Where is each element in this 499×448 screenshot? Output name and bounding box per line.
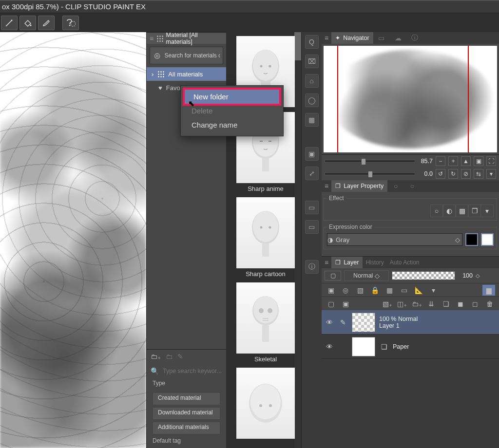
zoom-in-button[interactable]: +: [448, 156, 458, 166]
folder-add-icon[interactable]: 🗀₊: [151, 353, 161, 360]
tab-info[interactable]: ⓘ: [406, 32, 423, 44]
tool-bucket-icon[interactable]: [19, 16, 36, 30]
fullscreen-icon[interactable]: ⛶: [486, 156, 496, 166]
edit-icon[interactable]: ✎: [177, 353, 183, 360]
tab-navigator[interactable]: ✦ Navigator: [331, 32, 373, 44]
material-thumb[interactable]: Skeletal: [236, 282, 295, 363]
subview-icon[interactable]: ▣: [305, 147, 319, 161]
title-bar: ox 300dpi 85.7%) - CLIP STUDIO PAINT EX: [0, 0, 499, 13]
ctx-delete[interactable]: Delete: [183, 104, 281, 118]
canvas-area[interactable]: [0, 32, 146, 448]
home-icon[interactable]: ⌂: [305, 74, 319, 88]
tool-help-icon[interactable]: [62, 16, 79, 30]
navigator-preview[interactable]: [324, 46, 497, 152]
quick-access-icon[interactable]: Q: [305, 35, 319, 49]
right-panels: ≡ ✦ Navigator ▭ ☁ ⓘ 85.7: [322, 32, 499, 448]
layer-row-paper[interactable]: 👁 ❏ Paper: [322, 335, 499, 359]
svg-point-14: [260, 226, 263, 229]
enable-mask-icon[interactable]: ◻: [470, 299, 480, 309]
reset-rotate-icon[interactable]: ⊘: [461, 169, 471, 179]
folder-icon[interactable]: 🗀: [166, 353, 173, 360]
pen-icon[interactable]: ✎: [338, 318, 348, 326]
top-toolbar: [0, 13, 499, 32]
layer-color-button[interactable]: ▆: [482, 285, 495, 296]
ctx-change-name[interactable]: Change name: [183, 118, 281, 132]
new-layer-icon[interactable]: ▧₊: [382, 299, 393, 309]
zoom-slider[interactable]: [325, 160, 415, 163]
effect-layer-icon[interactable]: ❐: [468, 205, 481, 217]
merge-down-icon[interactable]: ❏: [441, 299, 451, 309]
expression-color-select[interactable]: ◑ Gray ◇: [327, 233, 462, 246]
create-mask-icon[interactable]: ◼: [455, 299, 466, 309]
opacity-slider[interactable]: [392, 271, 455, 280]
material-panel-tab[interactable]: ≡ Material [All materials]: [147, 32, 226, 44]
rotate-ccw-button[interactable]: ↺: [436, 169, 445, 179]
tab-itemset[interactable]: ▭: [373, 32, 390, 44]
tab-layer-property[interactable]: ❒ Layer Property: [331, 180, 387, 192]
zoom-up-icon[interactable]: ▲: [461, 156, 471, 166]
effect-screen-icon[interactable]: ▩: [456, 205, 468, 217]
flip-v-icon[interactable]: ▾: [486, 169, 496, 179]
thumb-label: Skeletal: [254, 355, 277, 363]
info-icon[interactable]: ⓘ: [305, 260, 319, 274]
material-keyword-search[interactable]: 🔍 ▴: [147, 363, 226, 379]
animation-icon[interactable]: ▭: [305, 220, 319, 234]
tab-subview[interactable]: ☁: [390, 32, 406, 44]
ruler-icon[interactable]: 📐: [413, 285, 424, 296]
apply-mask-icon[interactable]: ▣: [340, 299, 351, 309]
material-thumb[interactable]: [236, 368, 295, 439]
material-thumb[interactable]: Sharp cartoon: [236, 197, 295, 278]
lock-pixel-icon[interactable]: ▦: [384, 285, 395, 296]
draft-icon[interactable]: ▧: [355, 285, 365, 296]
tab-slot[interactable]: ○: [387, 180, 404, 192]
tab-history[interactable]: History: [363, 257, 386, 268]
eye-icon[interactable]: 👁: [325, 343, 334, 351]
tab-slot2[interactable]: ○: [404, 180, 421, 192]
tool-wand-icon[interactable]: [1, 16, 18, 30]
svg-point-12: [253, 211, 278, 242]
transfer-down-icon[interactable]: ⇊: [426, 299, 437, 309]
material-tree-all[interactable]: › All materials: [147, 67, 226, 81]
tab-layers[interactable]: ❒ Layer: [331, 257, 363, 268]
palette-color-icon[interactable]: ▢: [325, 271, 341, 280]
search-icon: 🔍: [151, 367, 159, 375]
new-folder-icon[interactable]: 🗀₊: [411, 299, 422, 309]
opacity-value: 100: [458, 272, 473, 279]
effect-border-icon[interactable]: ○: [430, 205, 443, 217]
mask-icon[interactable]: ▢: [326, 299, 336, 309]
filter-additional-button[interactable]: Additional materials: [153, 422, 220, 434]
effect-tone-icon[interactable]: ◐: [443, 205, 456, 217]
balloon-icon[interactable]: ◯: [305, 93, 319, 107]
ctx-new-folder[interactable]: New folder: [183, 88, 281, 106]
blend-mode-select[interactable]: Normal ◇: [344, 270, 389, 281]
expand-icon[interactable]: ⤢: [305, 167, 319, 180]
reference-icon[interactable]: ◎: [340, 285, 351, 296]
lock-icon[interactable]: 🔒: [369, 285, 380, 296]
folder-icon[interactable]: ▦: [305, 113, 319, 127]
tool-brush-icon[interactable]: [38, 16, 55, 30]
folder-x-icon[interactable]: ⌧: [305, 55, 319, 68]
clip-icon[interactable]: ▣: [326, 285, 336, 296]
layer-name: Layer 1: [379, 322, 418, 329]
color-label-icon[interactable]: ▾: [428, 285, 439, 296]
fit-icon[interactable]: ▣: [474, 156, 483, 166]
zoom-out-button[interactable]: −: [436, 156, 445, 166]
new-vector-icon[interactable]: ◫₊: [397, 299, 407, 309]
flip-h-icon[interactable]: ⇆: [474, 169, 483, 179]
eye-icon[interactable]: 👁: [325, 318, 334, 326]
swatch-black[interactable]: [465, 233, 478, 246]
layer-row-layer1[interactable]: 👁 ✎ 100 % Normal Layer 1: [322, 310, 499, 335]
rotate-slider[interactable]: [325, 172, 415, 175]
swatch-white[interactable]: [481, 233, 494, 246]
chevron-down-icon[interactable]: ▾: [481, 205, 494, 217]
mask-set-icon[interactable]: ▭: [399, 285, 409, 296]
material-assets-search[interactable]: ◎ Search for materials on AS: [150, 47, 223, 64]
tab-auto-action[interactable]: Auto Action: [387, 257, 422, 268]
scrollbar[interactable]: [294, 32, 301, 448]
delete-layer-icon[interactable]: 🗑: [484, 299, 495, 309]
filter-downloaded-button[interactable]: Downloaded material: [153, 407, 220, 420]
timeline-icon[interactable]: ▭: [305, 201, 319, 214]
filter-created-button[interactable]: Created material: [153, 392, 220, 405]
rotate-cw-button[interactable]: ↻: [448, 169, 458, 179]
chevron-right-icon: ›: [152, 71, 154, 78]
